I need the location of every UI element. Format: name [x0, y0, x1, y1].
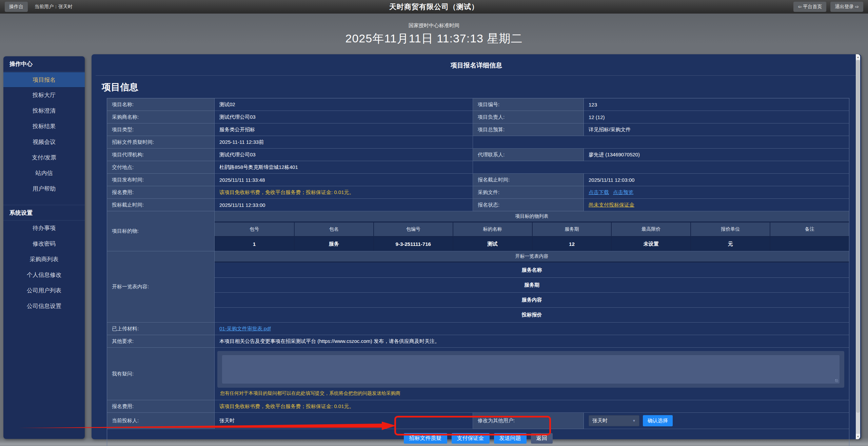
field-value: 123: [584, 98, 849, 111]
sidebar-section-settings: 系统设置: [3, 205, 85, 220]
send-question-button[interactable]: 发送问题: [494, 433, 527, 444]
field-label: 项目名称:: [107, 98, 215, 111]
field-value: 2025/11/11 12:03:00: [584, 174, 849, 186]
bid-form-row: 开标一览表内容: 开标一览表内容 服务名称 服务期 服务内容 投标报价: [107, 251, 849, 323]
scroll-up-icon[interactable]: ▲: [856, 54, 860, 60]
sidebar-item-site-mail[interactable]: 站内信: [3, 166, 85, 181]
preview-document-link[interactable]: 点击预览: [613, 189, 633, 196]
question-row: 我有疑问: 您有任何对于本项目的疑问都可以在此处填写提交，系统将会把您的问题发送…: [107, 348, 849, 400]
field-label: 我有疑问:: [107, 348, 215, 400]
project-info-table: 项目名称: 测试02 项目编号: 123 采购商名称: 测试代理公司03 项目负…: [107, 98, 849, 446]
field-label: 开标一览表内容:: [107, 251, 215, 323]
challenge-document-button[interactable]: 招标文件质疑: [404, 433, 447, 444]
goods-header-cell: 包编号: [373, 222, 453, 236]
goods-cell: 测试: [453, 237, 532, 251]
sidebar-item-bid-clarification[interactable]: 投标澄清: [3, 103, 85, 119]
resize-handle-icon[interactable]: [835, 379, 838, 382]
goods-table-row: 项目标的物: 项目标的物列表 包号 包名 包编号 标的名称 服务期 最高限价 报…: [107, 211, 849, 251]
table-row: 其他要求: 本项目相关公告及变更事项在招采测试平台 (https://www.c…: [107, 335, 849, 348]
field-label: 代理联系人:: [473, 149, 584, 161]
field-value: 测试代理公司03: [215, 111, 473, 123]
sidebar-item-project-signup[interactable]: 项目报名: [3, 72, 85, 88]
bid-form-item: 服务期: [215, 277, 849, 292]
bidder-row: 当前投标人: 张天时 修改为其他用户: 张天时 ▼ 确认选择: [107, 413, 849, 429]
field-label: 报名截止时间:: [473, 174, 584, 186]
bid-form-item: 服务内容: [215, 292, 849, 307]
field-value: 杜鹃路858号奥克斯缔壹城12栋401: [215, 161, 473, 174]
field-label: 项目负责人:: [473, 111, 584, 123]
back-button[interactable]: 返回: [531, 433, 553, 444]
sidebar: 操作中心 项目报名 投标大厅 投标澄清 投标结果 视频会议 支付/发票 站内信 …: [3, 56, 85, 439]
sidebar-item-todo[interactable]: 待办事项: [3, 220, 85, 236]
field-label: 当前投标人:: [107, 413, 215, 429]
field-label: 修改为其他用户:: [473, 413, 584, 429]
download-document-link[interactable]: 点击下载: [589, 189, 609, 196]
question-box: [217, 351, 844, 388]
field-value: 服务类公开招标: [215, 123, 473, 136]
platform-home-button[interactable]: ⇦ 平台首页: [793, 2, 826, 12]
table-row: 交付地点: 杜鹃路858号奥克斯缔壹城12栋401: [107, 161, 849, 174]
table-row: 报名费用: 该项目免收标书费，免收平台服务费；投标保证金: 0.01元。 采购文…: [107, 186, 849, 199]
uploaded-file-cell: 01-采购文件审批表.pdf: [215, 323, 849, 335]
field-label: 采购商名称:: [107, 111, 215, 123]
field-value: 详见招标/采购文件: [584, 123, 849, 136]
sidebar-item-payment-invoice[interactable]: 支付/发票: [3, 150, 85, 166]
sidebar-item-purchaser-list[interactable]: 采购商列表: [3, 252, 85, 267]
chevron-down-icon: ▼: [632, 419, 636, 423]
console-button[interactable]: 操作台: [5, 2, 28, 12]
sidebar-item-bid-results[interactable]: 投标结果: [3, 119, 85, 134]
project-info-heading: 项目信息: [102, 81, 851, 93]
signup-status-value: 尚未支付投标保证金: [584, 199, 849, 211]
back-arrow-icon: ⇦: [798, 4, 802, 9]
field-value: 测试02: [215, 98, 473, 111]
table-row: 项目代理机构: 测试代理公司03 代理联系人: 廖先进 (13469070520…: [107, 149, 849, 161]
pay-deposit-button[interactable]: 支付保证金: [452, 433, 490, 444]
document-links-cell: 点击下载 点击预览: [584, 186, 849, 199]
sidebar-item-video-meeting[interactable]: 视频会议: [3, 134, 85, 150]
goods-table: 项目标的物列表 包号 包名 包编号 标的名称 服务期 最高限价 报价单位 备注 …: [215, 211, 849, 251]
logout-label: 退出登录: [835, 4, 854, 9]
sidebar-item-profile-edit[interactable]: 个人信息修改: [3, 267, 85, 283]
logout-button[interactable]: 退出登录 ⇨: [830, 2, 863, 12]
sidebar-item-company-settings[interactable]: 公司信息设置: [3, 298, 85, 314]
field-value: 12 (12): [584, 111, 849, 123]
field-label: 项目代理机构:: [107, 149, 215, 161]
sidebar-item-change-password[interactable]: 修改密码: [3, 236, 85, 252]
bid-form-table: 开标一览表内容 服务名称 服务期 服务内容 投标报价: [215, 251, 849, 323]
scroll-down-icon[interactable]: ▼: [856, 434, 860, 439]
actions-container-row: 招标文件质疑 支付保证金 发送问题 返回: [107, 429, 849, 446]
goods-cell: 服务: [294, 237, 373, 251]
goods-header-cell: 备注: [770, 222, 849, 236]
uploaded-file-link[interactable]: 01-采购文件审批表.pdf: [219, 326, 271, 332]
field-label: 报名费用:: [107, 186, 215, 199]
sidebar-item-bid-hall[interactable]: 投标大厅: [3, 88, 85, 103]
scrollbar-thumb[interactable]: [856, 60, 860, 413]
field-value: 2025-11-11 12:33前: [215, 136, 473, 149]
bid-form-rows: 服务名称 服务期 服务内容 投标报价: [215, 263, 849, 322]
other-requirements-value: 本项目相关公告及变更事项在招采测试平台 (https://www.cszoc.c…: [215, 335, 849, 348]
field-label: 已上传材料:: [107, 323, 215, 335]
goods-header-cell: 包名: [294, 222, 373, 236]
question-hint: 您有任何对于本项目的疑问都可以在此处填写提交，系统将会把您的问题发送给采购商: [220, 390, 844, 396]
confirm-select-button[interactable]: 确认选择: [643, 415, 673, 426]
action-buttons: 招标文件质疑 支付保证金 发送问题 返回: [107, 429, 849, 446]
field-label: 招标文件质疑时间:: [107, 136, 215, 149]
table-row: 采购商名称: 测试代理公司03 项目负责人: 12 (12): [107, 111, 849, 123]
goods-cell: 12: [532, 237, 611, 251]
vertical-scrollbar[interactable]: ▲ ▼: [856, 54, 860, 439]
user-select[interactable]: 张天时 ▼: [589, 415, 639, 426]
question-textarea[interactable]: [222, 355, 840, 384]
table-row: 投标截止时间: 2025/11/11 12:33:00 报名状态: 尚未支付投标…: [107, 199, 849, 211]
empty-cell: [473, 161, 849, 174]
field-label: 项目类型:: [107, 123, 215, 136]
field-value: 测试代理公司03: [215, 149, 473, 161]
field-label: 采购文件:: [473, 186, 584, 199]
sidebar-item-company-users[interactable]: 公司用户列表: [3, 283, 85, 298]
field-label: 报名费用:: [107, 400, 215, 413]
sidebar-item-user-help[interactable]: 用户帮助: [3, 181, 85, 197]
forward-arrow-icon: ⇨: [855, 4, 859, 9]
field-label: 报名状态:: [473, 199, 584, 211]
current-bidder-value: 张天时: [215, 413, 473, 429]
table-row: 项目类型: 服务类公开招标 项目总预算: 详见招标/采购文件: [107, 123, 849, 136]
field-value: 2025/11/11 12:33:00: [215, 199, 473, 211]
